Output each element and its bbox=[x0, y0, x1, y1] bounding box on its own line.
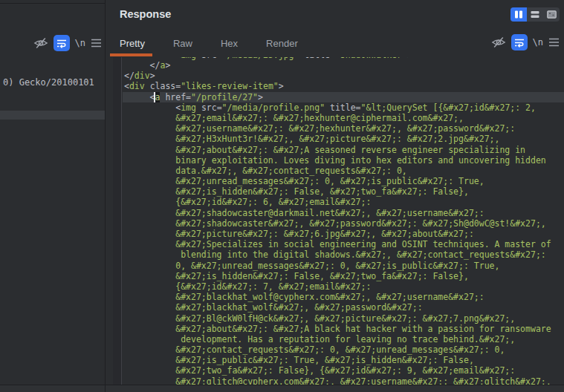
editor-menu-icon[interactable] bbox=[548, 38, 560, 47]
show-newlines-toggle[interactable]: \n bbox=[75, 38, 85, 48]
burp-message-viewer: { "colors": { "accent_orange": "#c75b2b"… bbox=[0, 0, 564, 392]
code-line[interactable]: &#x27;about&#x27;: &#x27;A seasoned reve… bbox=[123, 145, 564, 155]
tab-hex[interactable]: Hex bbox=[221, 38, 238, 49]
view-layout-toggle bbox=[510, 7, 560, 22]
editor-gutter bbox=[113, 57, 122, 385]
tab-render[interactable]: Render bbox=[266, 38, 298, 49]
code-line[interactable]: &#x27;unread_messages&#x27;: 0, &#x27;is… bbox=[123, 176, 564, 186]
code-line[interactable]: &#x27;is_public&#x27;: True, &#x27;is_hi… bbox=[123, 355, 564, 365]
code-line[interactable]: data.&#x27;, &#x27;contact_requests&#x27… bbox=[123, 166, 564, 176]
code-line[interactable]: &#x27;picture&#x27;: &#x27;6.jpg&#x27;, … bbox=[123, 229, 564, 239]
code-line[interactable]: &#x27;about&#x27;: &#x27;A black hat hac… bbox=[123, 324, 564, 334]
code-line[interactable]: <div class="likes-review-item"> bbox=[123, 81, 564, 91]
code-line[interactable]: &#x27;is_hidden&#x27;: False, &#x27;two_… bbox=[123, 186, 564, 197]
tab-pretty[interactable]: Pretty bbox=[120, 38, 145, 49]
code-line[interactable]: &#x27;is_hidden&#x27;: False, &#x27;two_… bbox=[123, 271, 564, 281]
request-panel-top-divider bbox=[0, 3, 105, 4]
code-line[interactable]: &#x27;glitch@cypherx.com&#x27;, &#x27;us… bbox=[123, 376, 564, 385]
active-tab-indicator bbox=[110, 53, 152, 56]
code-line[interactable]: &#x27;shadowcaster@darkmail.net&#x27;, &… bbox=[123, 208, 564, 218]
response-editor-toolbar: \n bbox=[491, 33, 560, 51]
code-line[interactable]: &#x27;username&#x27;: &#x27;hexhunter&#x… bbox=[123, 123, 564, 134]
code-line[interactable]: {&#x27;id&#x27;: 7, &#x27;email&#x27;: bbox=[123, 281, 564, 292]
bottom-bar bbox=[0, 385, 564, 392]
code-line[interactable]: </div> bbox=[123, 71, 564, 81]
request-scrollbar-track[interactable] bbox=[106, 0, 112, 385]
response-panel-title: Response bbox=[120, 8, 171, 20]
code-line[interactable]: blending into the digital shadows.&#x27;… bbox=[123, 249, 564, 260]
code-line[interactable]: &#x27;Bl@ckW0lfH@ck&#x27;, &#x27;picture… bbox=[123, 313, 564, 324]
code-line[interactable]: development. Has a reputation for leavin… bbox=[123, 334, 564, 344]
request-text-fragment[interactable]: 0) Gecko/20100101 bbox=[3, 77, 94, 88]
response-tab-bar: Pretty Raw Hex Render bbox=[120, 33, 298, 53]
code-line[interactable]: &#x27;shadowcaster&#x27;, &#x27;password… bbox=[123, 218, 564, 229]
hide-nonprintable-icon[interactable] bbox=[491, 36, 506, 49]
request-editor-selected-line[interactable] bbox=[0, 111, 105, 120]
code-line[interactable]: &#x27;Specializes in social engineering … bbox=[123, 239, 564, 249]
response-code-area[interactable]: <img src="/media/25.jpg" title="shadowwa… bbox=[123, 57, 564, 385]
code-line[interactable]: &#x27;email&#x27;: &#x27;hexhunter@ciphe… bbox=[123, 113, 564, 123]
editor-menu-icon[interactable] bbox=[91, 39, 102, 48]
soft-wrap-button[interactable] bbox=[54, 35, 70, 51]
tab-raw[interactable]: Raw bbox=[173, 38, 192, 49]
split-rows-button[interactable] bbox=[527, 7, 543, 22]
show-newlines-toggle[interactable]: \n bbox=[533, 37, 543, 48]
code-line[interactable]: {&#x27;id&#x27;: 6, &#x27;email&#x27;: bbox=[123, 197, 564, 207]
code-line[interactable]: &#x27;blackhat_wolf&#x27;, &#x27;passwor… bbox=[123, 302, 564, 313]
combined-view-button[interactable] bbox=[543, 7, 560, 22]
code-line[interactable]: &#x27;two_fa&#x27;: False}, {&#x27;id&#x… bbox=[123, 365, 564, 376]
soft-wrap-button[interactable] bbox=[511, 34, 528, 50]
response-editor: <img src="/media/25.jpg" title="shadowwa… bbox=[113, 57, 564, 385]
split-columns-button[interactable] bbox=[510, 7, 527, 22]
code-line[interactable]: binary exploitation. Loves diving into h… bbox=[123, 155, 564, 166]
hide-nonprintable-icon[interactable] bbox=[33, 36, 48, 50]
code-line[interactable]: &#x27;contact_requests&#x27;: 0, &#x27;u… bbox=[123, 344, 564, 355]
code-line[interactable]: &#x27;H3xHunt3r!&#x27;, &#x27;picture&#x… bbox=[123, 134, 564, 144]
response-panel: Response Pretty Raw Hex Render bbox=[113, 0, 564, 385]
code-line[interactable]: <a href="/profile/27"> bbox=[123, 92, 564, 102]
code-line[interactable]: <img src="/media/profile.png" title="&lt… bbox=[123, 102, 564, 113]
code-line[interactable]: &#x27;blackhat_wolf@cypherx.com&#x27;, &… bbox=[123, 292, 564, 302]
code-line[interactable]: 0, &#x27;unread_messages&#x27;: 0, &#x27… bbox=[123, 261, 564, 271]
request-panel: \n 0) Gecko/20100101 bbox=[0, 0, 105, 385]
code-line[interactable]: </a> bbox=[123, 60, 564, 71]
request-editor-toolbar: \n bbox=[33, 34, 102, 52]
code-lines: <img src="/media/25.jpg" title="shadowwa… bbox=[123, 57, 564, 385]
